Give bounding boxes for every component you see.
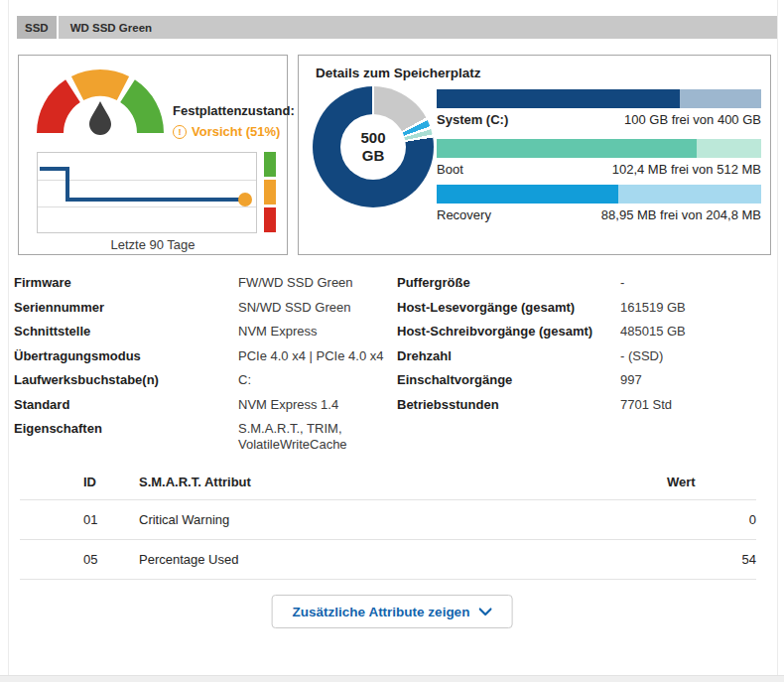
smart-cell-attribute: Critical Warning — [139, 512, 667, 527]
partition-label-row: System (C:) 100 GB frei von 400 GB — [437, 112, 761, 127]
partition-name: Boot — [437, 162, 463, 177]
smart-header-attribute: S.M.A.R.T. Attribut — [139, 475, 667, 489]
health-zone-legend — [264, 152, 276, 235]
smart-table-body: 01 Critical Warning 0 05 Percentage Used… — [20, 500, 756, 580]
smart-table-header: ID S.M.A.R.T. Attribut Wert — [20, 464, 756, 500]
detail-value: 161519 GB — [620, 300, 770, 316]
detail-label: Host-Schreibvorgänge (gesamt) — [397, 324, 620, 339]
zone-caution-swatch — [264, 180, 276, 205]
detail-label: Einschaltvorgänge — [397, 372, 620, 387]
gauge-red-segment — [37, 79, 80, 133]
smart-attribute-table: ID S.M.A.R.T. Attribut Wert 01 Critical … — [20, 464, 756, 580]
partition-free-text: 100 GB frei von 400 GB — [624, 112, 761, 127]
detail-label: Schnittstelle — [14, 324, 238, 339]
detail-row: Host-Lesevorgänge (gesamt) 161519 GB — [397, 300, 770, 325]
tab-bar: SSD WD SSD Green — [17, 16, 777, 39]
detail-value: NVM Express — [238, 324, 397, 340]
detail-row: Firmware FW/WD SSD Green — [14, 275, 397, 300]
partition-usage-bar — [437, 185, 761, 204]
smart-cell-id: 05 — [83, 552, 139, 567]
detail-label: Betriebsstunden — [397, 397, 620, 412]
detail-label: Firmware — [14, 275, 238, 290]
detail-row: Betriebsstunden 7701 Std — [397, 397, 770, 422]
partition-group: Recovery 88,95 MB frei von 204,8 MB — [437, 185, 761, 222]
partition-label-row: Boot 102,4 MB frei von 512 MB — [437, 162, 761, 177]
smart-table-row[interactable]: 05 Percentage Used 54 — [20, 540, 756, 580]
detail-label: Standard — [14, 397, 238, 412]
detail-label: Laufwerksbuchstabe(n) — [14, 372, 238, 387]
detail-label: Seriennummer — [14, 300, 238, 315]
detail-label: Drehzahl — [397, 348, 620, 363]
health-trend-chart — [37, 152, 257, 233]
partition-free-text: 88,95 MB frei von 204,8 MB — [601, 207, 761, 222]
detail-row: Übertragungsmodus PCIe 4.0 x4 | PCIe 4.0… — [14, 348, 397, 373]
detail-value: SN/WD SSD Green — [238, 300, 397, 316]
tab-drive-type[interactable]: SSD — [17, 16, 57, 39]
health-status-text: Vorsicht (51%) — [192, 124, 280, 139]
zone-bad-swatch — [264, 207, 276, 232]
capacity-total: 500 GB — [313, 86, 434, 207]
show-more-attributes-button[interactable]: Zusätzliche Attribute zeigen — [272, 595, 513, 628]
detail-row: Schnittstelle NVM Express — [14, 324, 397, 348]
detail-label: Host-Lesevorgänge (gesamt) — [397, 300, 620, 315]
zone-good-swatch — [264, 152, 276, 177]
trend-caption: Letzte 90 Tage — [19, 237, 287, 252]
gauge-orange-segment — [71, 69, 129, 100]
trend-polyline — [40, 169, 245, 200]
detail-label: Eigenschaften — [14, 421, 238, 436]
detail-value: 7701 Std — [620, 397, 770, 413]
detail-value: - (SSD) — [620, 348, 770, 364]
smart-header-id: ID — [83, 475, 139, 489]
smart-cell-value: 0 — [667, 512, 756, 527]
details-column-left: Firmware FW/WD SSD Green Seriennummer SN… — [14, 275, 397, 453]
detail-row: Drehzahl - (SSD) — [397, 348, 770, 373]
tab-drive-name-label: WD SSD Green — [70, 22, 152, 34]
partition-usage-bar — [437, 89, 761, 108]
detail-row: Laufwerksbuchstabe(n) C: — [14, 372, 397, 397]
detail-row: Einschaltvorgänge 997 — [397, 372, 770, 397]
details-column-right: Puffergröße - Host-Lesevorgänge (gesamt)… — [397, 275, 770, 421]
health-trend-line — [38, 153, 256, 232]
storage-panel: Details zum Speicherplatz 500 GB System … — [298, 55, 771, 255]
capacity-total-unit: GB — [362, 147, 385, 165]
detail-value: - — [620, 275, 770, 291]
detail-row: Puffergröße - — [397, 275, 770, 300]
detail-row: Standard NVM Express 1.4 — [14, 397, 397, 422]
partition-used-fill — [437, 89, 680, 108]
partition-list: System (C:) 100 GB frei von 400 GB Boot … — [437, 89, 761, 234]
detail-value: PCIe 4.0 x4 | PCIe 4.0 x4 — [238, 348, 397, 364]
detail-value: FW/WD SSD Green — [238, 275, 397, 291]
detail-row: Seriennummer SN/WD SSD Green — [14, 300, 397, 325]
detail-label: Übertragungsmodus — [14, 348, 238, 363]
partition-group: System (C:) 100 GB frei von 400 GB — [437, 89, 761, 127]
smart-cell-id: 01 — [83, 512, 139, 527]
gauge-green-segment — [120, 79, 164, 133]
smart-cell-attribute: Percentage Used — [139, 552, 667, 567]
partition-usage-bar — [437, 139, 761, 158]
partition-used-fill — [437, 185, 618, 204]
storage-panel-title: Details zum Speicherplatz — [316, 66, 481, 80]
smart-cell-value: 54 — [667, 552, 756, 567]
partition-free-fill — [697, 139, 761, 158]
health-gauge — [31, 62, 170, 141]
detail-label: Puffergröße — [397, 275, 620, 290]
smart-table-row[interactable]: 01 Critical Warning 0 — [20, 500, 756, 540]
detail-value: S.M.A.R.T., TRIM, VolatileWriteCache — [238, 421, 397, 453]
capacity-total-value: 500 — [360, 129, 385, 147]
partition-name: Recovery — [437, 207, 491, 222]
partition-free-fill — [680, 89, 761, 108]
detail-row: Eigenschaften S.M.A.R.T., TRIM, Volatile… — [14, 421, 397, 453]
detail-row: Host-Schreibvorgänge (gesamt) 485015 GB — [397, 324, 770, 348]
tab-drive-type-label: SSD — [25, 22, 49, 34]
health-panel: Festplattenzustand: ! Vorsicht (51%) Let… — [18, 55, 288, 255]
partition-name: System (C:) — [437, 112, 508, 127]
chevron-down-icon — [478, 608, 491, 616]
health-status: ! Vorsicht (51%) — [173, 124, 284, 139]
health-label: Festplattenzustand: — [173, 103, 284, 118]
detail-value: C: — [238, 372, 397, 388]
partition-group: Boot 102,4 MB frei von 512 MB — [437, 139, 761, 177]
trend-current-marker — [238, 193, 252, 206]
tab-drive-name[interactable]: WD SSD Green — [59, 16, 777, 39]
detail-value: 485015 GB — [620, 324, 770, 340]
health-text-block: Festplattenzustand: ! Vorsicht (51%) — [173, 103, 284, 139]
